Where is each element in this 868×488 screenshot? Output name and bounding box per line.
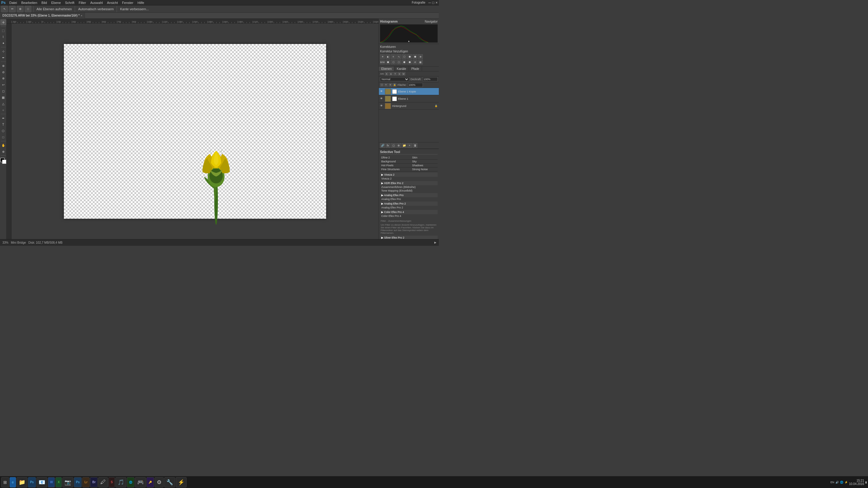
tool-select-btn[interactable]: ↖: [1, 6, 8, 12]
selective-item-analog1[interactable]: Analog Efex Pro: [380, 197, 438, 201]
selective-item-tonemapping[interactable]: Tone Mapping (Einzelbild): [380, 189, 438, 193]
add-layer-btn[interactable]: +: [407, 143, 412, 148]
lock-all-btn[interactable]: 🔒: [393, 83, 396, 87]
levels-icon[interactable]: ≡: [391, 54, 396, 59]
hand-tool[interactable]: ✋: [0, 142, 6, 148]
menu-auswahl[interactable]: Auswahl: [88, 1, 104, 5]
curves-icon[interactable]: ∿: [396, 54, 401, 59]
menu-schrift[interactable]: Schrift: [63, 1, 76, 5]
layer-item-ebene1-kopie[interactable]: ➤ 👁 Ebene 1 Kopie: [379, 88, 439, 95]
menu-fenster[interactable]: Fenster: [120, 1, 135, 5]
layer-item-ebene1[interactable]: ➤ 👁 Ebene 1: [379, 95, 439, 102]
bg-color[interactable]: [2, 160, 6, 164]
menu-filter[interactable]: Filter: [77, 1, 88, 5]
layers-filter-kind[interactable]: K: [385, 72, 389, 76]
layer-name-hintergrund: Hintergrund: [392, 104, 433, 107]
minimize-btn[interactable]: ─: [428, 1, 431, 5]
stamp-tool[interactable]: ✲: [0, 75, 6, 82]
mini-bridge[interactable]: Mini Bridge: [11, 241, 26, 244]
menu-ansicht[interactable]: Ansicht: [105, 1, 120, 5]
threshold-icon[interactable]: ⊘: [412, 60, 417, 64]
menu-datei[interactable]: Datei: [7, 1, 19, 5]
pen-tool[interactable]: ✒: [0, 115, 6, 121]
add-style-btn[interactable]: fx: [385, 143, 390, 148]
heal-tool[interactable]: ⊕: [0, 63, 6, 69]
layers-tab-pfade[interactable]: Pfade: [409, 67, 422, 71]
shape-tool[interactable]: □: [0, 134, 6, 140]
lock-transparent-btn[interactable]: ⬡: [380, 83, 384, 87]
menu-bild[interactable]: Bild: [40, 1, 49, 5]
selective-item-zusammenfuhren[interactable]: Zusammenführen (Bildreihe): [380, 185, 438, 189]
history-brush-tool[interactable]: ↩: [0, 82, 6, 88]
colorbalance-icon[interactable]: ⊕: [418, 54, 423, 59]
close-btn[interactable]: ×: [435, 1, 438, 5]
selective-item-analog2[interactable]: Analog Efex Pro 2: [380, 206, 438, 209]
canvas-document[interactable]: [64, 44, 326, 219]
gradient-map-icon[interactable]: ▦: [418, 60, 423, 64]
link-layers-btn[interactable]: 🔗: [380, 143, 385, 148]
menu-bearbeiten[interactable]: Bearbeiten: [19, 1, 39, 5]
layer-visibility-hintergrund[interactable]: 👁: [380, 104, 384, 108]
brightness-icon[interactable]: ☀: [380, 54, 385, 59]
maximize-btn[interactable]: □: [432, 1, 434, 5]
fg-bg-colors[interactable]: [0, 158, 6, 164]
svg-rect-4: [385, 89, 391, 94]
menu-ebene[interactable]: Ebene: [50, 1, 63, 5]
vibrance-icon[interactable]: ⬢: [407, 54, 412, 59]
lock-image-btn[interactable]: ✏: [384, 83, 388, 87]
eraser-tool[interactable]: ◻: [0, 88, 6, 94]
hsl-icon[interactable]: ⬣: [412, 54, 417, 59]
layer-visibility-ebene1[interactable]: 👁: [380, 97, 384, 101]
navigator-tab[interactable]: Navigator: [425, 20, 438, 23]
layers-blend-mode[interactable]: Normal: [380, 77, 409, 82]
select-tool[interactable]: ⬚: [0, 27, 6, 33]
layer-visibility-ebene1k[interactable]: 👁: [380, 90, 384, 93]
tab-close-btn[interactable]: ×: [81, 14, 82, 17]
tool-options-btn[interactable]: ⊕: [17, 6, 24, 12]
layers-filter-adj[interactable]: A: [389, 72, 393, 76]
layers-filter-shape[interactable]: S: [398, 72, 401, 76]
path-tool[interactable]: ⬡: [0, 128, 6, 134]
layers-filter-type[interactable]: T: [393, 72, 397, 76]
channel-mix-icon[interactable]: ⬠: [391, 60, 396, 64]
contrast-icon[interactable]: ◐: [385, 54, 390, 59]
blur-tool[interactable]: △: [0, 101, 6, 107]
layers-fill-input[interactable]: [408, 83, 423, 87]
lock-position-btn[interactable]: ✛: [389, 83, 392, 87]
tool-extra-btn[interactable]: □: [25, 6, 31, 12]
layers-tab-kanaele[interactable]: Kanäle: [394, 67, 409, 71]
brush-tool[interactable]: ⊘: [0, 69, 6, 75]
eyedropper-tool[interactable]: ✒: [0, 55, 6, 61]
delete-layer-btn[interactable]: 🗑: [412, 143, 417, 148]
add-group-btn[interactable]: 📁: [402, 143, 407, 148]
layer-mask-ebene1[interactable]: [392, 96, 397, 101]
exposure-icon[interactable]: ⬡: [402, 54, 407, 59]
tool-brush-btn[interactable]: ✏: [9, 6, 16, 12]
layers-opacity-input[interactable]: [423, 77, 438, 82]
selective-item-viveza2[interactable]: Viveza 2: [380, 177, 438, 181]
invert-icon[interactable]: ⬢: [402, 60, 407, 64]
layer-item-hintergrund[interactable]: 👁 Hintergrund 🔒: [379, 102, 439, 110]
magic-wand-tool[interactable]: ✦: [0, 40, 6, 46]
gradient-tool[interactable]: ▦: [0, 94, 6, 100]
crop-tool[interactable]: ⊹: [0, 48, 6, 54]
lasso-tool[interactable]: ⌇: [0, 34, 6, 40]
add-adjustment-btn[interactable]: ⊕: [396, 143, 401, 148]
layer-mask-ebene1k[interactable]: [392, 89, 397, 94]
color-lookup-icon[interactable]: ⬡: [396, 60, 401, 64]
dodge-tool[interactable]: ○: [0, 107, 6, 113]
posterize-icon[interactable]: ⬣: [407, 60, 412, 64]
selective-item-color4[interactable]: Color Efex Pro 4: [380, 214, 438, 218]
selective-row-1: Dfine 2 Skin: [380, 156, 438, 160]
add-mask-btn[interactable]: ◻: [391, 143, 396, 148]
document-tab[interactable]: DSC03276.ARW bei 33% (Ebene 1, Ebenenmas…: [0, 13, 85, 19]
bw-icon[interactable]: B/W: [380, 60, 385, 64]
layers-filter-smart[interactable]: M: [402, 72, 405, 76]
photo-filter-icon[interactable]: ⬟: [385, 60, 390, 64]
move-tool[interactable]: ✛: [0, 19, 6, 25]
layers-tab-ebenen[interactable]: Ebenen: [379, 67, 394, 71]
left-toolbar: ✛ ⬚ ⌇ ✦ ⊹ ✒ ⊕ ⊘ ✲ ↩ ◻ ▦ △ ○ ✒ T ⬡ □ ✋ ⊕: [0, 19, 7, 239]
type-tool[interactable]: T: [0, 121, 6, 127]
zoom-tool[interactable]: ⊕: [0, 149, 6, 155]
menu-hilfe[interactable]: Hilfe: [135, 1, 146, 5]
